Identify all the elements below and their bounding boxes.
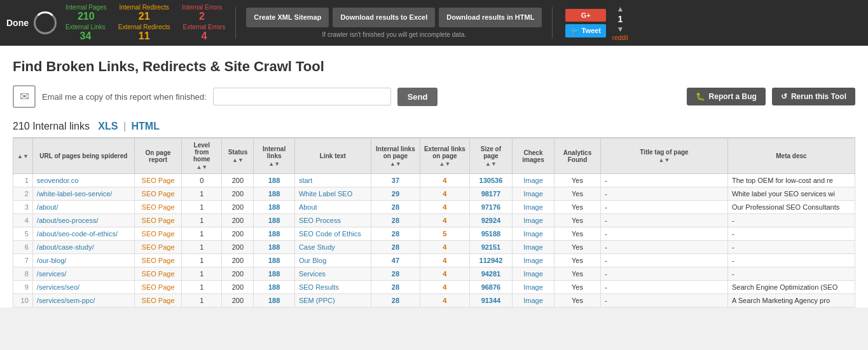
internal-redirects-value: 21 xyxy=(139,11,150,22)
th-ext-links-on-page[interactable]: External links on page ▲▼ xyxy=(420,138,469,174)
reddit-downvote-button[interactable]: ▼ xyxy=(616,25,624,33)
cell-check-images[interactable]: Image xyxy=(512,241,554,254)
url-link[interactable]: /services/sem-ppc/ xyxy=(37,297,95,304)
cell-row-num: 9 xyxy=(13,281,33,294)
cell-analytics: Yes xyxy=(555,174,601,187)
cell-ext-links: 4 xyxy=(420,254,469,267)
on-page-link[interactable]: SEO Page xyxy=(142,230,175,238)
link-text-link[interactable]: SEO Process xyxy=(299,217,341,224)
on-page-link[interactable]: SEO Page xyxy=(142,283,175,291)
stat-internal-pages: Internal Pages 210 xyxy=(65,4,107,22)
cell-check-images[interactable]: Image xyxy=(512,201,554,214)
th-internal-links[interactable]: Internal links ▲▼ xyxy=(254,138,294,174)
th-check-images-label: Check images xyxy=(522,149,544,163)
cell-ext-links: 4 xyxy=(420,241,469,254)
th-analytics[interactable]: Analytics Found xyxy=(555,138,601,174)
stats-row-top: Internal Pages 210 Internal Redirects 21… xyxy=(65,4,225,22)
cell-meta: - xyxy=(727,254,855,267)
tweet-button[interactable]: 🐦 Tweet xyxy=(565,24,605,37)
cell-check-images[interactable]: Image xyxy=(512,281,554,294)
download-excel-button[interactable]: Download results to Excel xyxy=(333,8,435,27)
th-int-links-on-page[interactable]: Internal links on page ▲▼ xyxy=(371,138,420,174)
stat-external-redirects: External Redirects 11 xyxy=(118,24,170,42)
external-redirects-label: External Redirects xyxy=(118,24,170,30)
table-wrapper: ▲▼ URL of pages being spidered On page r… xyxy=(13,137,855,307)
report-bug-button[interactable]: 🐛 Report a Bug xyxy=(687,88,766,105)
cell-check-images[interactable]: Image xyxy=(512,267,554,281)
th-title-tag[interactable]: Title tag of page ▲▼ xyxy=(600,138,727,174)
th-link-text[interactable]: Link text xyxy=(294,138,371,174)
cell-analytics: Yes xyxy=(555,187,601,201)
cell-internal-links: 188 xyxy=(254,267,294,281)
link-text-link[interactable]: White Label SEO xyxy=(299,190,352,198)
url-link[interactable]: /services/ xyxy=(37,270,66,278)
links-count: 210 xyxy=(13,121,30,131)
cell-internal-links: 188 xyxy=(254,294,294,307)
cell-check-images[interactable]: Image xyxy=(512,214,554,227)
cell-level: 1 xyxy=(182,227,222,241)
url-link[interactable]: /about/seo-process/ xyxy=(37,217,99,224)
url-link[interactable]: seovendor.co xyxy=(37,177,78,184)
reddit-upvote-button[interactable]: ▲ xyxy=(616,5,624,13)
stats-group: Internal Pages 210 Internal Redirects 21… xyxy=(65,4,225,42)
cell-int-links: 28 xyxy=(371,214,420,227)
th-status[interactable]: Status ▲▼ xyxy=(222,138,254,174)
link-text-link[interactable]: Services xyxy=(299,270,326,278)
th-url[interactable]: URL of pages being spidered xyxy=(32,138,134,174)
link-text-link[interactable]: SEM (PPC) xyxy=(299,297,335,304)
cell-row-num: 5 xyxy=(13,227,33,241)
cell-int-links: 28 xyxy=(371,267,420,281)
th-check-images[interactable]: Check images xyxy=(512,138,554,174)
gplus-button[interactable]: G+ xyxy=(565,9,605,22)
send-button[interactable]: Send xyxy=(397,88,438,106)
th-row-num[interactable]: ▲▼ xyxy=(13,138,33,174)
url-link[interactable]: /services/seo/ xyxy=(37,283,79,291)
cell-status: 200 xyxy=(222,187,254,201)
th-size[interactable]: Size of page ▲▼ xyxy=(469,138,512,174)
url-link[interactable]: /about/seo-code-of-ethics/ xyxy=(37,230,118,238)
on-page-link[interactable]: SEO Page xyxy=(142,177,175,184)
cell-check-images[interactable]: Image xyxy=(512,187,554,201)
email-row: ✉ Email me a copy of this report when fi… xyxy=(13,85,855,108)
url-link[interactable]: /white-label-seo-service/ xyxy=(37,190,113,198)
download-html-button[interactable]: Download results in HTML xyxy=(439,8,542,27)
link-text-link[interactable]: SEO Results xyxy=(299,283,339,291)
link-text-link[interactable]: start xyxy=(299,177,312,184)
th-on-page[interactable]: On page report xyxy=(134,138,181,174)
cell-meta: White label your SEO services wi xyxy=(727,187,855,201)
cell-int-links: 28 xyxy=(371,294,420,307)
on-page-link[interactable]: SEO Page xyxy=(142,243,175,251)
th-on-page-label: On page report xyxy=(146,149,171,163)
cell-check-images[interactable]: Image xyxy=(512,294,554,307)
create-xml-button[interactable]: Create XML Sitemap xyxy=(246,8,329,27)
th-level[interactable]: Level from home ▲▼ xyxy=(182,138,222,174)
cell-title: - xyxy=(600,187,727,201)
on-page-link[interactable]: SEO Page xyxy=(142,190,175,198)
email-icon: ✉ xyxy=(13,85,36,108)
cell-check-images[interactable]: Image xyxy=(512,254,554,267)
html-link[interactable]: HTML xyxy=(132,121,160,131)
cell-analytics: Yes xyxy=(555,241,601,254)
on-page-link[interactable]: SEO Page xyxy=(142,270,175,278)
url-link[interactable]: /about/ xyxy=(37,203,59,211)
url-link[interactable]: /about/case-study/ xyxy=(37,243,94,251)
cell-meta: Search Engine Optimization (SEO xyxy=(727,281,855,294)
table-row: 6 /about/case-study/ SEO Page 1 200 188 … xyxy=(13,241,855,254)
cell-check-images[interactable]: Image xyxy=(512,174,554,187)
email-input[interactable] xyxy=(213,88,391,105)
xls-link[interactable]: XLS xyxy=(98,121,118,131)
link-text-link[interactable]: About xyxy=(299,203,317,211)
on-page-link[interactable]: SEO Page xyxy=(142,203,175,211)
on-page-link[interactable]: SEO Page xyxy=(142,217,175,224)
cell-url: /white-label-seo-service/ xyxy=(32,187,134,201)
on-page-link[interactable]: SEO Page xyxy=(142,257,175,264)
cell-analytics: Yes xyxy=(555,254,601,267)
cell-check-images[interactable]: Image xyxy=(512,227,554,241)
cell-url: /services/ xyxy=(32,267,134,281)
link-text-link[interactable]: Case Study xyxy=(299,243,335,251)
link-text-link[interactable]: SEO Code of Ethics xyxy=(299,230,361,238)
on-page-link[interactable]: SEO Page xyxy=(142,297,175,304)
rerun-button[interactable]: ↺ Rerun this Tool xyxy=(772,88,855,105)
link-text-link[interactable]: Our Blog xyxy=(299,257,326,264)
url-link[interactable]: /our-blog/ xyxy=(37,257,66,264)
